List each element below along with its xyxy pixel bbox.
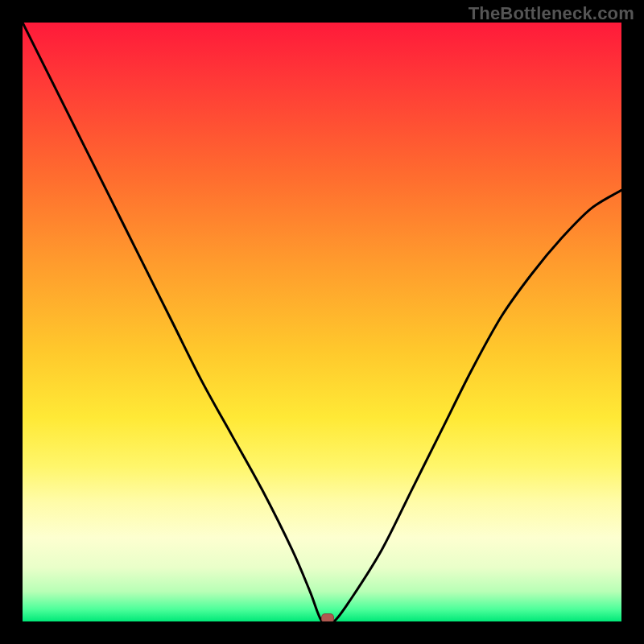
chart-frame: TheBottleneck.com: [0, 0, 644, 644]
bottleneck-curve: [23, 23, 621, 621]
plot-area: [23, 23, 621, 621]
watermark-text: TheBottleneck.com: [469, 3, 634, 24]
optimal-marker-icon: [321, 613, 334, 621]
